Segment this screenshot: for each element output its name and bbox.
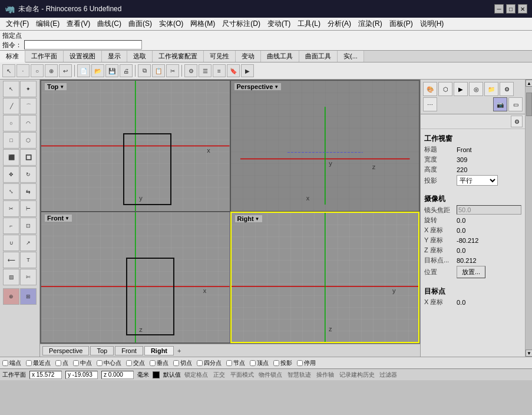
tool-zoom-icon[interactable]: ⊕ — [45, 64, 58, 77]
status-project-checkbox[interactable] — [273, 360, 279, 366]
panel-btn-color[interactable]: 🎨 — [423, 82, 437, 96]
left-tool-mirror[interactable]: ⇆ — [20, 183, 37, 200]
left-tool-line[interactable]: ╱ — [3, 98, 19, 114]
status-smart-track[interactable]: 智慧轨迹 — [288, 371, 311, 378]
tool-delete-icon[interactable]: ✂ — [166, 64, 179, 77]
viewport-right[interactable]: y z Right ▼ — [230, 212, 420, 343]
menu-render[interactable]: 渲染(R) — [355, 18, 386, 30]
tab-perspective[interactable]: Perspective — [42, 346, 89, 355]
status-quad[interactable]: 四分点 — [197, 359, 222, 367]
status-disable-checkbox[interactable] — [297, 360, 303, 366]
tool-copy-icon[interactable]: ⧉ — [138, 64, 151, 77]
command-input[interactable] — [24, 40, 142, 50]
viewport-perspective[interactable]: z x y Perspective ▼ — [230, 80, 420, 212]
tab-workplane[interactable]: 工作平面 — [25, 51, 64, 62]
right-panel-scrollbar[interactable]: ▲ ▼ — [525, 80, 532, 357]
left-tool-move[interactable]: ✥ — [3, 166, 19, 183]
status-tangent-checkbox[interactable] — [173, 360, 179, 366]
menu-mesh[interactable]: 网格(M) — [187, 18, 219, 30]
status-quad-checkbox[interactable] — [197, 360, 203, 366]
left-tool-select[interactable]: ↖ — [3, 81, 19, 97]
status-endpoint-checkbox[interactable] — [2, 360, 8, 366]
panel-btn-gear[interactable]: ⋯ — [423, 97, 437, 111]
tab-more[interactable]: 实(... — [338, 51, 364, 62]
menu-dim[interactable]: 尺寸标注(D) — [219, 18, 264, 30]
tool-point-icon[interactable]: · — [16, 64, 29, 77]
left-tool-rotate[interactable]: ↻ — [20, 166, 37, 183]
status-point-checkbox[interactable] — [55, 360, 61, 366]
tool-print-icon[interactable]: 🖨 — [120, 64, 133, 77]
viewport-top[interactable]: x y Top ▼ — [41, 80, 230, 212]
tab-curvetools[interactable]: 曲线工具 — [261, 51, 299, 62]
tab-viewconfig[interactable]: 工作视窗配置 — [153, 51, 204, 62]
status-endpoint[interactable]: 端点 — [2, 359, 21, 367]
status-planar[interactable]: 平面模式 — [230, 371, 254, 378]
tool-new-icon[interactable]: 📄 — [77, 64, 90, 77]
tool-select-icon[interactable]: ↖ — [2, 64, 15, 77]
tab-setview[interactable]: 设置视图 — [64, 51, 102, 62]
cam-place-button[interactable]: 放置... — [457, 266, 485, 278]
left-tool-point[interactable]: ✦ — [20, 81, 37, 97]
panel-btn-settings[interactable]: ⚙ — [500, 82, 514, 96]
tool-sphere-icon[interactable]: ○ — [31, 64, 44, 77]
left-tool-circle[interactable]: ○ — [3, 115, 19, 131]
viewport-front[interactable]: x z Front ▼ — [41, 212, 230, 343]
menu-edit[interactable]: 编辑(E) — [32, 18, 63, 30]
left-tool-dim[interactable]: ⟵ — [3, 252, 19, 268]
left-tool-boolean[interactable]: ∪ — [3, 235, 19, 251]
status-osnap[interactable]: 物件锁点 — [259, 371, 282, 378]
tab-transform[interactable]: 变动 — [236, 51, 261, 62]
panel-btn-render[interactable]: ▶ — [454, 82, 468, 96]
panel-btn-surface[interactable]: ⬡ — [438, 82, 452, 96]
panel-btn-viewport-rect[interactable]: ▭ — [508, 97, 523, 111]
menu-analyze[interactable]: 分析(A) — [324, 18, 355, 30]
tool-render-icon[interactable]: ▶ — [241, 64, 254, 77]
status-filter[interactable]: 过滤器 — [379, 371, 397, 378]
tool-paste-icon[interactable]: 📋 — [152, 64, 165, 77]
menu-help[interactable]: 说明(H) — [417, 18, 448, 30]
tab-select[interactable]: 选取 — [127, 51, 153, 62]
status-intersect-checkbox[interactable] — [126, 360, 132, 366]
left-tool-arc[interactable]: ◠ — [20, 115, 37, 131]
tab-front[interactable]: Front — [115, 346, 143, 355]
status-midpoint[interactable]: 中点 — [73, 359, 92, 367]
left-tool-snap[interactable]: ⊕ — [3, 288, 19, 305]
status-nearest[interactable]: 最近点 — [26, 359, 51, 367]
tool-save-icon[interactable]: 💾 — [105, 64, 118, 77]
tab-right[interactable]: Right — [144, 346, 174, 355]
prop-projection-dropdown[interactable]: 平行 透视 — [457, 175, 498, 186]
status-grid-lock[interactable]: 锁定格点 — [184, 371, 208, 378]
panel-btn-object[interactable]: ◎ — [469, 82, 483, 96]
menu-curve[interactable]: 曲线(C) — [94, 18, 125, 30]
status-center-checkbox[interactable] — [97, 360, 103, 366]
status-point[interactable]: 点 — [55, 359, 68, 367]
status-gumball[interactable]: 操作轴 — [316, 371, 334, 378]
tab-surfacetools[interactable]: 曲面工具 — [299, 51, 338, 62]
tool-open-icon[interactable]: 📂 — [91, 64, 104, 77]
scroll-up-button[interactable]: ▲ — [526, 80, 532, 87]
viewport-right-label[interactable]: Right ▼ — [235, 215, 262, 222]
left-tool-trim[interactable]: ✂ — [3, 200, 19, 217]
menu-panel[interactable]: 面板(P) — [386, 18, 417, 30]
scroll-track[interactable] — [526, 87, 532, 350]
close-button[interactable]: ✕ — [518, 4, 527, 14]
status-tangent[interactable]: 切点 — [173, 359, 192, 367]
status-project[interactable]: 投影 — [273, 359, 292, 367]
panel-gear-icon[interactable]: ⚙ — [511, 116, 523, 127]
left-tool-box[interactable]: 🔲 — [20, 149, 37, 166]
panel-btn-camera[interactable]: 📷 — [493, 97, 507, 111]
left-tool-text[interactable]: T — [20, 252, 37, 268]
tool-named-icon[interactable]: 🔖 — [227, 64, 240, 77]
tab-add-button[interactable]: + — [175, 347, 183, 355]
scroll-down-button[interactable]: ▼ — [526, 350, 532, 357]
status-record-history[interactable]: 记录建构历史 — [339, 371, 375, 378]
tool-props-icon[interactable]: ⚙ — [184, 64, 197, 77]
menu-file[interactable]: 文件(F) — [2, 18, 32, 30]
left-tool-split[interactable]: ⊢ — [20, 200, 37, 217]
status-perp[interactable]: 垂点 — [150, 359, 168, 367]
viewport-top-label[interactable]: Top ▼ — [45, 83, 67, 90]
status-knot[interactable]: 节点 — [226, 359, 245, 367]
minimize-button[interactable]: ─ — [494, 4, 504, 14]
tab-display[interactable]: 显示 — [102, 51, 127, 62]
tool-undo-icon[interactable]: ↩ — [59, 64, 72, 77]
